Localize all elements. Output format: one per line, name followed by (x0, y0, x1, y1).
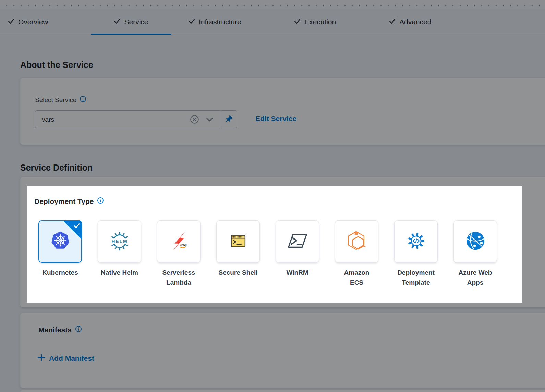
serverless-lambda-aws-icon: aws (168, 230, 190, 253)
amazon-ecs-card[interactable] (335, 220, 378, 263)
deployment-type-label: Secure Shell (209, 268, 268, 278)
info-icon[interactable] (75, 326, 82, 334)
deployment-type-label: Azure Web Apps (446, 268, 505, 287)
tab-infrastructure[interactable]: Infrastructure (175, 9, 255, 35)
check-icon (73, 222, 80, 229)
manifests-heading: Manifests (38, 326, 72, 334)
select-service-label-row: Select Service (35, 96, 86, 104)
check-icon (389, 18, 396, 26)
kubernetes-card[interactable] (38, 220, 82, 263)
pin-icon (225, 115, 233, 124)
info-icon[interactable] (97, 197, 104, 206)
manifests-card (20, 313, 545, 388)
secure-shell-card[interactable] (216, 220, 260, 263)
manifests-heading-row: Manifests (38, 326, 82, 334)
pipeline-canvas-strip (0, 0, 545, 9)
plus-icon (38, 354, 45, 363)
deployment-type-label: Serverless Lambda (149, 268, 208, 287)
helm-icon: HELM (109, 230, 130, 253)
serverless-lambda-card[interactable]: aws (157, 220, 201, 263)
info-icon[interactable] (80, 96, 86, 104)
service-select-value: vars (42, 116, 190, 123)
deployment-type-amazon-ecs: Amazon ECS (335, 220, 378, 287)
azure-web-apps-card[interactable] (453, 220, 497, 263)
deployment-type-label: Deployment Template (387, 268, 446, 287)
selected-corner-badge (63, 220, 82, 240)
tab-label: Service (124, 18, 148, 26)
tab-label: Infrastructure (199, 18, 241, 26)
clear-icon[interactable] (190, 115, 199, 124)
azure-globe-icon (465, 230, 486, 253)
check-icon (114, 18, 120, 26)
powershell-icon (287, 230, 308, 253)
tab-label: Overview (18, 18, 48, 26)
deployment-type-native-helm: HELM Native Helm (98, 220, 141, 287)
deployment-type-serverless-lambda: aws Serverless Lambda (157, 220, 201, 287)
deployment-type-heading: Deployment Type (34, 197, 94, 206)
deployment-type-secure-shell: Secure Shell (216, 220, 260, 287)
stage-tabbar: Overview Service Infrastructure Executio… (0, 9, 545, 35)
svg-text:HELM: HELM (111, 238, 128, 244)
tab-advanced[interactable]: Advanced (375, 9, 445, 35)
pin-service-button[interactable] (221, 110, 237, 128)
check-icon (294, 18, 301, 26)
tab-label: Execution (304, 18, 336, 26)
next-section-card-edge (20, 390, 545, 392)
check-icon (189, 18, 195, 26)
deployment-template-card[interactable] (394, 220, 438, 263)
deployment-type-winrm: WinRM (276, 220, 319, 287)
tab-label: Advanced (399, 18, 431, 26)
select-service-control: vars (35, 110, 237, 128)
service-definition-heading: Service Definition (20, 163, 93, 173)
deployment-type-azure-web-apps: Azure Web Apps (453, 220, 497, 287)
check-icon (8, 18, 14, 26)
about-service-heading: About the Service (20, 60, 93, 70)
amazon-ecs-icon (346, 230, 367, 253)
deployment-type-cards-row: Kubernetes HELM Native Helm (38, 220, 497, 287)
tab-overview[interactable]: Overview (8, 9, 62, 35)
winrm-card[interactable] (276, 220, 319, 263)
service-select-input[interactable]: vars (35, 110, 221, 128)
deployment-type-label: Native Helm (90, 268, 149, 278)
tab-service[interactable]: Service (91, 9, 171, 35)
tab-execution[interactable]: Execution (280, 9, 350, 35)
deployment-type-heading-row: Deployment Type (34, 197, 104, 206)
deployment-type-spotlight-panel: Deployment Type (27, 186, 522, 303)
deployment-type-kubernetes: Kubernetes (38, 220, 82, 287)
deployment-type-label: WinRM (268, 268, 327, 278)
edit-service-link[interactable]: Edit Service (255, 114, 296, 123)
chevron-down-icon[interactable] (206, 117, 213, 122)
svg-text:aws: aws (180, 243, 187, 247)
select-service-label: Select Service (35, 96, 76, 104)
deployment-type-label: Kubernetes (31, 268, 90, 278)
deployment-type-deployment-template: Deployment Template (394, 220, 438, 287)
terminal-icon (228, 230, 249, 253)
native-helm-card[interactable]: HELM (98, 220, 141, 263)
add-manifest-button[interactable]: Add Manifest (38, 354, 94, 363)
deployment-type-label: Amazon ECS (327, 268, 386, 287)
gear-code-icon (405, 230, 427, 253)
add-manifest-label: Add Manifest (49, 354, 94, 363)
